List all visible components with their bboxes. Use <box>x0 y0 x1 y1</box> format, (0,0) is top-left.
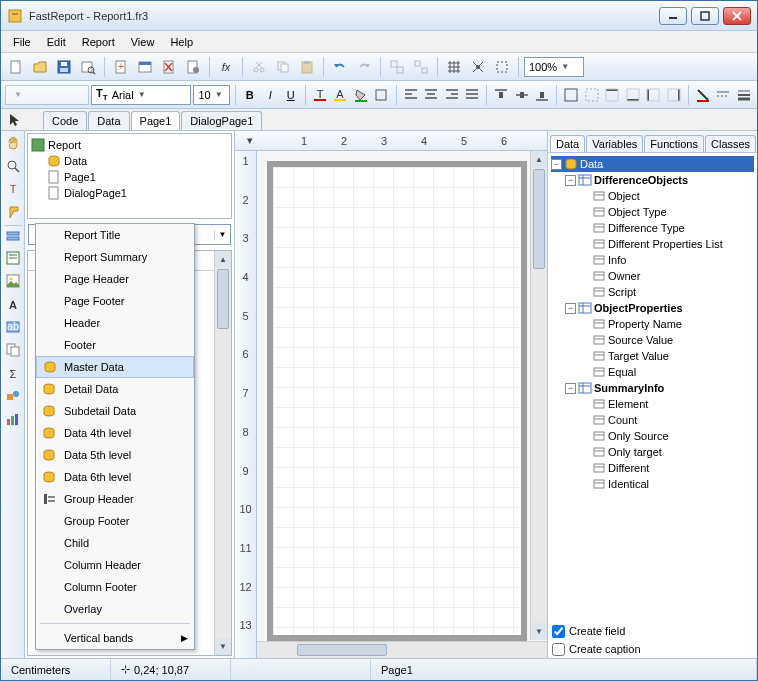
redo-icon[interactable] <box>353 56 375 78</box>
menu-view[interactable]: View <box>123 34 163 50</box>
border-left-icon[interactable] <box>644 84 662 106</box>
hand-icon[interactable] <box>3 133 23 153</box>
minimize-button[interactable] <box>659 7 687 25</box>
align-right-icon[interactable] <box>442 84 460 106</box>
align-justify-icon[interactable] <box>463 84 481 106</box>
datatree-item[interactable]: −DifferenceObjects <box>551 172 754 188</box>
ctx-item-column-footer[interactable]: Column Footer <box>36 576 194 598</box>
picture-icon[interactable] <box>3 271 23 291</box>
hscrollbar[interactable] <box>257 641 547 658</box>
rtab-classes[interactable]: Classes <box>705 135 756 152</box>
datatree-item[interactable]: Target Value <box>551 348 754 364</box>
border-top-icon[interactable] <box>603 84 621 106</box>
copy-icon[interactable] <box>272 56 294 78</box>
rtab-data[interactable]: Data <box>550 135 585 152</box>
sysmemo-icon[interactable]: ab <box>3 317 23 337</box>
ctx-item-master-data[interactable]: Master Data <box>36 356 194 378</box>
frame-icon[interactable] <box>372 84 390 106</box>
text-icon[interactable]: T <box>3 179 23 199</box>
valign-top-icon[interactable] <box>492 84 510 106</box>
tab-page1[interactable]: Page1 <box>131 111 181 130</box>
ctx-item-header[interactable]: Header <box>36 312 194 334</box>
ctx-item-page-header[interactable]: Page Header <box>36 268 194 290</box>
align-center-icon[interactable] <box>422 84 440 106</box>
ctx-item-footer[interactable]: Footer <box>36 334 194 356</box>
datatree-item[interactable]: Owner <box>551 268 754 284</box>
create-field-checkbox[interactable] <box>552 625 565 638</box>
valign-middle-icon[interactable] <box>513 84 531 106</box>
grid-icon[interactable] <box>443 56 465 78</box>
new-icon[interactable] <box>5 56 27 78</box>
datatree-item[interactable]: Property Name <box>551 316 754 332</box>
ungroup-icon[interactable] <box>410 56 432 78</box>
datatree-item[interactable]: −SummaryInfo <box>551 380 754 396</box>
font-combo[interactable]: TTArial▼ <box>91 85 191 105</box>
tab-code[interactable]: Code <box>43 111 87 130</box>
undo-icon[interactable] <box>329 56 351 78</box>
open-icon[interactable] <box>29 56 51 78</box>
expander-icon[interactable]: − <box>565 175 576 186</box>
vscrollbar[interactable]: ▲▼ <box>530 151 547 640</box>
deletepage-icon[interactable] <box>158 56 180 78</box>
fit-icon[interactable] <box>491 56 513 78</box>
fontsize-combo[interactable]: 10▼ <box>193 85 229 105</box>
linewidth-icon[interactable] <box>735 84 753 106</box>
bold-icon[interactable]: B <box>241 84 259 106</box>
memo-icon[interactable] <box>3 248 23 268</box>
datatree-item[interactable]: −ObjectProperties <box>551 300 754 316</box>
linecolor-icon[interactable] <box>694 84 712 106</box>
maximize-button[interactable] <box>691 7 719 25</box>
datatree-item[interactable]: Difference Type <box>551 220 754 236</box>
menu-edit[interactable]: Edit <box>39 34 74 50</box>
ctx-item-group-footer[interactable]: Group Footer <box>36 510 194 532</box>
chart-icon[interactable] <box>3 409 23 429</box>
ctx-item-report-title[interactable]: Report Title <box>36 224 194 246</box>
pagesettings-icon[interactable] <box>182 56 204 78</box>
page-canvas[interactable]: ▲▼ <box>257 151 547 658</box>
valign-bottom-icon[interactable] <box>533 84 551 106</box>
underline-icon[interactable]: U <box>282 84 300 106</box>
ctx-item-data-5th-level[interactable]: Data 5th level <box>36 444 194 466</box>
menu-file[interactable]: File <box>5 34 39 50</box>
ctx-item-report-summary[interactable]: Report Summary <box>36 246 194 268</box>
ctx-item-column-header[interactable]: Column Header <box>36 554 194 576</box>
report-tree[interactable]: Report Data Page1 DialogPage1 <box>27 133 232 219</box>
tree-item-data[interactable]: Data <box>64 155 87 167</box>
align-left-icon[interactable] <box>401 84 419 106</box>
datatree-item[interactable]: Count <box>551 412 754 428</box>
ctx-item-subdetail-data[interactable]: Subdetail Data <box>36 400 194 422</box>
paste-icon[interactable] <box>296 56 318 78</box>
datatree-item[interactable]: −Data <box>551 156 754 172</box>
datatree-item[interactable]: Only target <box>551 444 754 460</box>
newpage-icon[interactable]: + <box>110 56 132 78</box>
band-icon[interactable] <box>3 225 23 245</box>
menu-help[interactable]: Help <box>162 34 201 50</box>
zoom-icon[interactable] <box>3 156 23 176</box>
subreport-icon[interactable] <box>3 340 23 360</box>
datatree-item[interactable]: Identical <box>551 476 754 492</box>
tree-item-dialog1[interactable]: DialogPage1 <box>64 187 127 199</box>
fontcolor-icon[interactable]: T <box>311 84 329 106</box>
group-icon[interactable] <box>386 56 408 78</box>
newdialog-icon[interactable] <box>134 56 156 78</box>
pointer-icon[interactable] <box>5 109 25 130</box>
border-right-icon[interactable] <box>665 84 683 106</box>
datatree-item[interactable]: Object <box>551 188 754 204</box>
datatree-item[interactable]: Different <box>551 460 754 476</box>
ctx-item-child[interactable]: Child <box>36 532 194 554</box>
expander-icon[interactable]: − <box>565 383 576 394</box>
menu-report[interactable]: Report <box>74 34 123 50</box>
expander-icon[interactable]: − <box>565 303 576 314</box>
datatree-item[interactable]: Info <box>551 252 754 268</box>
ctx-item-detail-data[interactable]: Detail Data <box>36 378 194 400</box>
data-tree[interactable]: −Data−DifferenceObjectsObjectObject Type… <box>548 153 757 622</box>
cut-icon[interactable] <box>248 56 270 78</box>
datatree-item[interactable]: Equal <box>551 364 754 380</box>
save-icon[interactable] <box>53 56 75 78</box>
border-bottom-icon[interactable] <box>624 84 642 106</box>
variables-icon[interactable]: fx <box>215 56 237 78</box>
datatree-item[interactable]: Element <box>551 396 754 412</box>
datatree-item[interactable]: Only Source <box>551 428 754 444</box>
datatree-item[interactable]: Object Type <box>551 204 754 220</box>
style-combo[interactable]: ▼ <box>5 85 89 105</box>
